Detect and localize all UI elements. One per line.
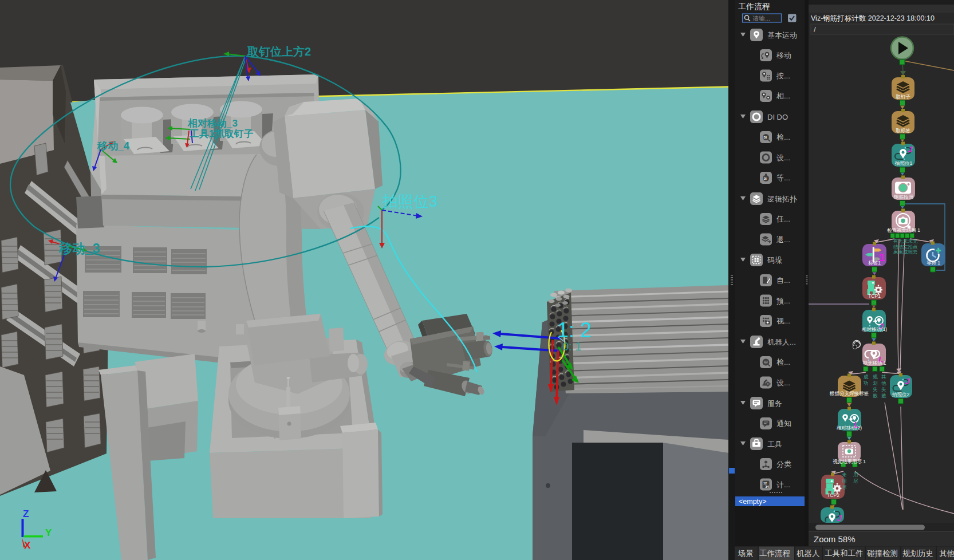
svg-text:败: 败	[881, 393, 886, 399]
svg-text:结结完拍点: 结结完拍点	[893, 244, 918, 250]
svg-text:失: 失	[873, 387, 878, 392]
svg-text:其他: 其他	[939, 549, 954, 558]
svg-text:其: 其	[881, 374, 886, 380]
svg-text:规: 规	[873, 374, 878, 380]
svg-text:34: 34	[766, 485, 770, 488]
svg-text:功: 功	[863, 380, 869, 386]
svg-text:按...: 按...	[776, 72, 790, 80]
svg-text:设...: 设...	[776, 378, 790, 387]
svg-text:相对移动(2): 相对移动(2)	[837, 425, 862, 431]
svg-text:取标签: 取标签	[896, 128, 910, 133]
svg-text:拍照位3: 拍照位3	[382, 193, 437, 210]
svg-text:移动_3: 移动_3	[58, 241, 100, 256]
svg-text:果果成照云: 果果成照云	[893, 249, 918, 255]
svg-text:J: J	[837, 513, 842, 523]
svg-text:基本运动: 基本运动	[767, 31, 797, 40]
svg-text:视...: 视...	[776, 317, 790, 325]
svg-text:工具1抓取钉子: 工具1抓取钉子	[189, 128, 253, 139]
svg-text:自...: 自...	[776, 276, 790, 285]
svg-text:检...: 检...	[776, 133, 790, 141]
svg-text:TCP1: TCP1	[868, 293, 881, 299]
svg-text:设...: 设...	[776, 153, 790, 162]
svg-text:DI: DI	[764, 177, 767, 180]
svg-text:机器人...: 机器人...	[767, 338, 796, 346]
svg-text:工具和工件: 工具和工件	[825, 549, 864, 558]
svg-text:TCP2: TCP2	[827, 492, 839, 498]
svg-text:等待 1: 等待 1	[927, 260, 940, 266]
svg-text:尽: 尽	[853, 478, 858, 484]
svg-text:根据分支焊接标签: 根据分支焊接标签	[829, 391, 869, 396]
svg-text:检...: 检...	[776, 358, 790, 366]
svg-text:移动_4: 移动_4	[97, 140, 129, 152]
svg-text:服务: 服务	[767, 399, 782, 408]
svg-text:Z: Z	[23, 508, 29, 519]
svg-text:预...: 预...	[776, 297, 790, 305]
svg-text:分类: 分类	[776, 460, 791, 468]
svg-text:场景: 场景	[738, 549, 754, 558]
svg-text:划: 划	[873, 380, 878, 386]
svg-text:成: 成	[864, 374, 869, 380]
svg-text:规划历史: 规划历史	[902, 549, 933, 558]
svg-text:钢筋拍照: 钢筋拍照	[893, 194, 914, 200]
svg-text:拍照位1: 拍照位1	[894, 160, 913, 166]
svg-text:取钉位上方2: 取钉位上方2	[247, 45, 311, 58]
svg-text:视觉结果用尽 1: 视觉结果用尽 1	[833, 459, 866, 464]
svg-text:碰撞检测: 碰撞检测	[867, 549, 898, 558]
svg-text:0: 1: 0: 1	[562, 340, 581, 353]
svg-text:X: X	[24, 540, 31, 551]
svg-text:<empty>: <empty>	[739, 498, 767, 506]
svg-text:任...: 任...	[776, 215, 790, 223]
svg-text:逻辑拓扑: 逻辑拓扑	[767, 195, 797, 203]
svg-text:机器人: 机器人	[797, 549, 820, 558]
svg-text:请输...: 请输...	[752, 15, 770, 22]
svg-text:DI DO: DI DO	[767, 113, 788, 121]
svg-text:通知: 通知	[776, 419, 791, 428]
svg-text:取钉子: 取钉子	[896, 94, 910, 100]
svg-text:视觉移动 1: 视觉移动 1	[862, 360, 886, 366]
svg-text:用: 用	[842, 478, 847, 484]
svg-text:等...: 等...	[776, 173, 790, 182]
svg-text:他: 他	[881, 380, 886, 386]
svg-text:码垛: 码垛	[767, 256, 782, 265]
svg-text:标签1: 标签1	[868, 260, 881, 266]
svg-text:工作流程: 工作流程	[738, 2, 770, 11]
svg-text:拍照位2: 拍照位2	[892, 392, 910, 397]
svg-text:工具: 工具	[767, 440, 782, 448]
svg-text:检查视觉结果 1: 检查视觉结果 1	[887, 227, 920, 233]
svg-text:移动: 移动	[776, 51, 791, 60]
svg-text:有无未未无: 有无未未无	[893, 238, 918, 244]
svg-text:/: /	[814, 25, 816, 34]
svg-text:相对移动(1): 相对移动(1)	[862, 326, 888, 332]
svg-text:计...: 计...	[776, 480, 790, 489]
svg-text:工作流程: 工作流程	[759, 549, 790, 558]
svg-text:退...: 退...	[776, 235, 790, 244]
svg-text:Y: Y	[45, 527, 52, 538]
svg-text:1: 2: 1: 2	[557, 318, 592, 342]
svg-text:DI: DI	[764, 136, 767, 139]
svg-text:J: J	[905, 376, 910, 386]
svg-text:Viz-钢筋打标计数 2022-12-23 18:00:10: Viz-钢筋打标计数 2022-12-23 18:00:10	[811, 14, 935, 22]
svg-text:相对移动_3: 相对移动_3	[187, 118, 238, 129]
svg-text:相...: 相...	[776, 92, 790, 100]
svg-text:败: 败	[873, 393, 878, 399]
svg-text:尽: 尽	[842, 484, 847, 490]
svg-text:未: 未	[842, 472, 847, 478]
svg-text:J: J	[908, 144, 913, 154]
svg-text:失: 失	[881, 387, 886, 392]
svg-text:Zoom 58%: Zoom 58%	[814, 534, 856, 544]
svg-text:用: 用	[853, 472, 858, 478]
